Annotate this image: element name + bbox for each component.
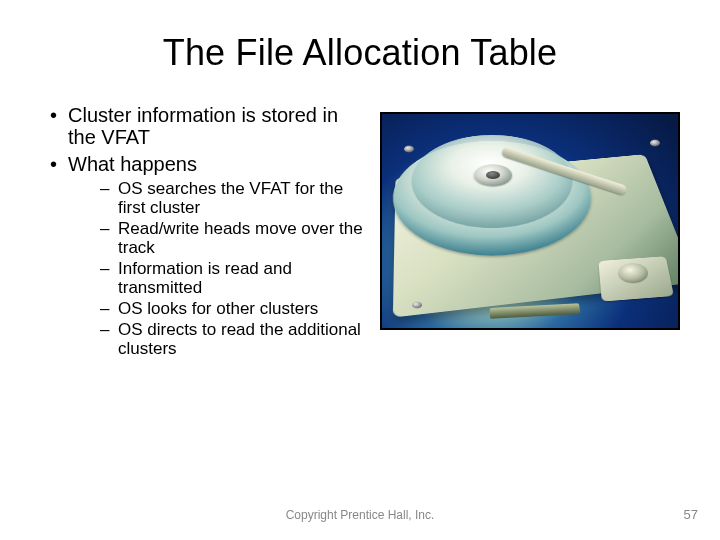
sub-bullet-item: OS directs to read the additional cluste…	[68, 320, 364, 358]
sub-bullet-item: Information is read and transmitted	[68, 259, 364, 297]
bullet-list-level2: OS searches the VFAT for the first clust…	[68, 179, 364, 358]
slide-footer: Copyright Prentice Hall, Inc. 57	[0, 508, 720, 522]
page-number: 57	[684, 507, 698, 522]
sub-bullet-item: OS looks for other clusters	[68, 299, 364, 318]
copyright-text: Copyright Prentice Hall, Inc.	[0, 508, 720, 522]
content-row: Cluster information is stored in the VFA…	[40, 104, 680, 362]
bullet-item: Cluster information is stored in the VFA…	[40, 104, 364, 149]
spindle-center	[486, 171, 500, 179]
actuator-pivot	[618, 263, 649, 283]
screw-icon	[404, 146, 414, 152]
image-column	[380, 112, 680, 330]
text-column: Cluster information is stored in the VFA…	[40, 104, 364, 362]
bullet-item: What happens OS searches the VFAT for th…	[40, 153, 364, 359]
sub-bullet-item: Read/write heads move over the track	[68, 219, 364, 257]
slide-title: The File Allocation Table	[40, 32, 680, 74]
hard-drive-image	[380, 112, 680, 330]
bullet-list-level1: Cluster information is stored in the VFA…	[40, 104, 364, 358]
sub-bullet-item: OS searches the VFAT for the first clust…	[68, 179, 364, 217]
bullet-text: What happens	[68, 153, 197, 175]
screw-icon	[412, 302, 422, 308]
slide: The File Allocation Table Cluster inform…	[0, 0, 720, 540]
screw-icon	[650, 140, 660, 146]
